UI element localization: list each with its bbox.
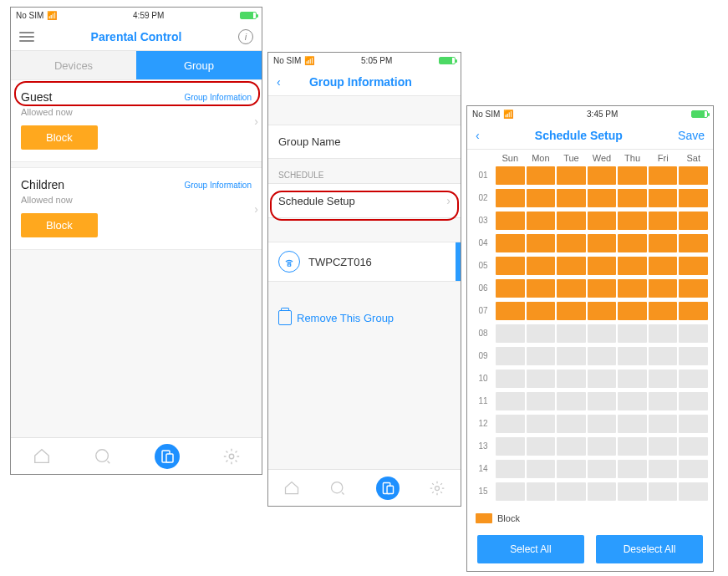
schedule-slot[interactable] <box>679 212 708 230</box>
schedule-slot[interactable] <box>618 437 647 456</box>
schedule-slot[interactable] <box>588 460 617 478</box>
schedule-slot[interactable] <box>496 302 525 320</box>
schedule-slot[interactable] <box>618 415 647 433</box>
tab-devices-icon[interactable] <box>155 444 180 469</box>
schedule-slot[interactable] <box>649 234 678 252</box>
schedule-slot[interactable] <box>588 415 617 433</box>
schedule-slot[interactable] <box>527 257 556 275</box>
schedule-slot[interactable] <box>557 392 586 410</box>
schedule-slot[interactable] <box>618 212 647 230</box>
schedule-slot[interactable] <box>496 166 525 185</box>
schedule-slot[interactable] <box>496 212 525 230</box>
schedule-slot[interactable] <box>527 460 556 478</box>
menu-icon[interactable] <box>19 32 34 42</box>
schedule-slot[interactable] <box>557 460 586 478</box>
schedule-slot[interactable] <box>588 302 617 320</box>
schedule-slot[interactable] <box>557 257 586 275</box>
schedule-slot[interactable] <box>527 234 556 252</box>
schedule-slot[interactable] <box>679 347 708 365</box>
schedule-slot[interactable] <box>649 166 678 185</box>
schedule-slot[interactable] <box>588 370 617 388</box>
schedule-slot[interactable] <box>527 482 556 501</box>
schedule-slot[interactable] <box>496 370 525 388</box>
tab-settings-icon[interactable] <box>222 447 241 466</box>
schedule-slot[interactable] <box>588 212 617 230</box>
schedule-slot[interactable] <box>557 415 586 433</box>
schedule-slot[interactable] <box>618 166 647 185</box>
schedule-slot[interactable] <box>649 324 678 343</box>
schedule-slot[interactable] <box>679 257 708 275</box>
schedule-slot[interactable] <box>496 234 525 252</box>
schedule-slot[interactable] <box>618 189 647 207</box>
schedule-slot[interactable] <box>649 347 678 365</box>
schedule-slot[interactable] <box>618 302 647 320</box>
back-icon[interactable]: ‹ <box>277 75 281 89</box>
schedule-slot[interactable] <box>557 234 586 252</box>
save-button[interactable]: Save <box>678 129 705 142</box>
schedule-slot[interactable] <box>496 482 525 501</box>
schedule-slot[interactable] <box>679 166 708 185</box>
schedule-slot[interactable] <box>618 324 647 343</box>
schedule-slot[interactable] <box>588 234 617 252</box>
schedule-slot[interactable] <box>557 324 586 343</box>
tab-globe-icon[interactable] <box>94 447 112 466</box>
schedule-slot[interactable] <box>618 392 647 410</box>
schedule-slot[interactable] <box>679 370 708 388</box>
schedule-slot[interactable] <box>527 166 556 185</box>
schedule-slot[interactable] <box>618 347 647 365</box>
schedule-slot[interactable] <box>496 415 525 433</box>
block-button[interactable]: Block <box>21 125 98 150</box>
schedule-slot[interactable] <box>527 189 556 207</box>
back-icon[interactable]: ‹ <box>476 129 480 142</box>
schedule-slot[interactable] <box>496 460 525 478</box>
swipe-action-edge[interactable] <box>456 242 461 281</box>
schedule-slot[interactable] <box>618 482 647 501</box>
tab-home-icon[interactable] <box>283 480 300 497</box>
schedule-slot[interactable] <box>649 460 678 478</box>
schedule-slot[interactable] <box>527 415 556 433</box>
schedule-slot[interactable] <box>557 437 586 456</box>
schedule-slot[interactable] <box>649 415 678 433</box>
tab-devices-icon[interactable] <box>376 477 400 500</box>
schedule-slot[interactable] <box>618 234 647 252</box>
tab-settings-icon[interactable] <box>429 480 445 497</box>
schedule-slot[interactable] <box>557 166 586 185</box>
schedule-slot[interactable] <box>679 279 708 298</box>
schedule-slot[interactable] <box>618 279 647 298</box>
schedule-slot[interactable] <box>618 370 647 388</box>
schedule-slot[interactable] <box>649 482 678 501</box>
deselect-all-button[interactable]: Deselect All <box>596 535 703 563</box>
schedule-slot[interactable] <box>527 324 556 343</box>
schedule-slot[interactable] <box>649 279 678 298</box>
group-info-link[interactable]: Group Information <box>184 181 252 190</box>
schedule-slot[interactable] <box>649 189 678 207</box>
schedule-slot[interactable] <box>679 234 708 252</box>
schedule-slot[interactable] <box>527 347 556 365</box>
schedule-slot[interactable] <box>496 279 525 298</box>
schedule-slot[interactable] <box>649 212 678 230</box>
group-name-cell[interactable]: Group Name <box>268 125 461 159</box>
schedule-slot[interactable] <box>649 302 678 320</box>
schedule-slot[interactable] <box>649 437 678 456</box>
select-all-button[interactable]: Select All <box>477 535 584 563</box>
schedule-slot[interactable] <box>557 302 586 320</box>
schedule-slot[interactable] <box>557 279 586 298</box>
block-button[interactable]: Block <box>21 213 98 237</box>
schedule-slot[interactable] <box>527 212 556 230</box>
schedule-slot[interactable] <box>496 437 525 456</box>
device-cell[interactable]: TWPCZT016 <box>268 242 461 282</box>
schedule-slot[interactable] <box>679 415 708 433</box>
schedule-slot[interactable] <box>588 482 617 501</box>
schedule-slot[interactable] <box>618 257 647 275</box>
schedule-slot[interactable] <box>679 482 708 501</box>
schedule-slot[interactable] <box>496 347 525 365</box>
tab-home-icon[interactable] <box>33 447 51 466</box>
schedule-slot[interactable] <box>649 392 678 410</box>
schedule-slot[interactable] <box>618 460 647 478</box>
schedule-slot[interactable] <box>557 347 586 365</box>
schedule-slot[interactable] <box>496 189 525 207</box>
remove-group-link[interactable]: Remove This Group <box>268 298 461 337</box>
schedule-slot[interactable] <box>679 189 708 207</box>
schedule-slot[interactable] <box>649 257 678 275</box>
info-icon[interactable]: i <box>238 29 253 44</box>
